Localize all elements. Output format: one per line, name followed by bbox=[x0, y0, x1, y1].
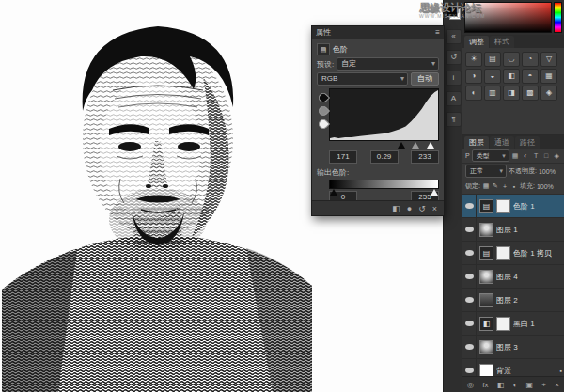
layer-row[interactable]: 图层 4 bbox=[462, 265, 564, 289]
output-white-handle[interactable] bbox=[431, 189, 438, 196]
threshold-icon[interactable]: ◨ bbox=[503, 86, 520, 101]
invert-icon[interactable]: ◐ bbox=[465, 86, 482, 101]
character-icon[interactable]: A bbox=[446, 91, 462, 106]
history-icon[interactable]: ↺ bbox=[446, 50, 462, 65]
layer-row[interactable]: 图层 3 bbox=[462, 336, 564, 359]
lock-row: 锁定: ▦ ✎ + ▪ 填充: 100% bbox=[462, 179, 564, 195]
layer-row[interactable]: 图层 1 bbox=[462, 218, 564, 242]
panel-menu-icon[interactable]: ≡ bbox=[435, 28, 440, 37]
new-adjustment-layer-icon[interactable]: ◐ bbox=[512, 381, 517, 389]
white-point-eyedropper-icon[interactable] bbox=[316, 118, 329, 131]
adjustment-layer-thumbnail[interactable] bbox=[479, 199, 494, 213]
delete-icon[interactable]: × bbox=[432, 204, 437, 213]
opacity-value[interactable]: 100% bbox=[539, 168, 556, 175]
adjustment-layer-thumbnail[interactable] bbox=[479, 317, 494, 331]
eye-icon bbox=[465, 227, 474, 232]
blend-mode-dropdown[interactable]: 正常 bbox=[465, 165, 507, 178]
layer-row[interactable]: 图层 2 bbox=[462, 289, 564, 312]
lock-transparency-icon[interactable]: ▦ bbox=[482, 182, 490, 190]
new-layer-icon[interactable]: + bbox=[541, 381, 546, 389]
properties-panel-titlebar[interactable]: 属性 ≡ bbox=[312, 26, 444, 39]
gamma-input[interactable]: 0.29 bbox=[370, 150, 399, 164]
properties-panel-body: ▤ 色阶 预设: 自定 RGB 自动 bbox=[312, 39, 444, 204]
selective-color-icon[interactable]: ◈ bbox=[540, 86, 557, 101]
visibility-toggle[interactable] bbox=[462, 359, 477, 376]
reset-icon[interactable]: ↺ bbox=[418, 204, 426, 213]
visibility-toggle[interactable] bbox=[462, 265, 477, 288]
output-levels-gradient[interactable] bbox=[329, 180, 439, 189]
layer-name: 图层 4 bbox=[496, 272, 518, 282]
hue-saturation-icon[interactable]: ◑ bbox=[465, 69, 482, 84]
output-black-handle[interactable] bbox=[330, 189, 337, 196]
layer-thumbnail[interactable] bbox=[479, 340, 494, 354]
preset-dropdown[interactable]: 自定 bbox=[337, 57, 439, 71]
layer-row[interactable]: 黑白 1 bbox=[462, 312, 564, 336]
highlight-slider-handle[interactable] bbox=[427, 142, 434, 149]
black-point-eyedropper-icon[interactable] bbox=[316, 91, 329, 104]
exposure-icon[interactable]: ◔ bbox=[522, 52, 539, 67]
paragraph-icon[interactable]: ¶ bbox=[446, 112, 462, 127]
layer-effects-icon[interactable]: fx bbox=[482, 381, 488, 389]
filter-shape-icon[interactable]: □ bbox=[542, 152, 551, 159]
visibility-toggle[interactable] bbox=[462, 242, 477, 264]
lock-pixels-icon[interactable]: ✎ bbox=[492, 182, 499, 190]
layer-filter-dropdown[interactable]: 类型 bbox=[472, 149, 509, 162]
color-balance-icon[interactable]: ◒ bbox=[484, 69, 501, 84]
curves-icon[interactable]: ◡ bbox=[503, 52, 520, 67]
clip-to-layer-icon[interactable]: ◧ bbox=[392, 204, 400, 213]
layer-row[interactable]: 色阶 1 bbox=[462, 195, 564, 218]
levels-input-sliders[interactable] bbox=[329, 141, 439, 149]
visibility-toggle[interactable] bbox=[462, 289, 477, 311]
collapse-panels-icon[interactable]: « bbox=[446, 29, 462, 44]
layer-thumbnail[interactable] bbox=[479, 270, 494, 284]
levels-icon[interactable]: ▤ bbox=[484, 52, 501, 67]
channel-dropdown[interactable]: RGB bbox=[317, 72, 408, 86]
visibility-toggle[interactable] bbox=[462, 195, 477, 217]
delete-layer-icon[interactable]: × bbox=[555, 381, 559, 389]
layer-mask-thumbnail[interactable] bbox=[496, 246, 510, 260]
layer-mask-icon[interactable]: ◧ bbox=[497, 381, 505, 389]
gray-point-eyedropper-icon[interactable] bbox=[316, 104, 329, 118]
visibility-toggle[interactable] bbox=[462, 336, 477, 358]
filter-adjustment-icon[interactable]: ◐ bbox=[522, 152, 530, 159]
tab-layers[interactable]: 图层 bbox=[464, 136, 489, 149]
highlight-input[interactable]: 233 bbox=[411, 150, 439, 164]
tab-styles[interactable]: 样式 bbox=[490, 36, 514, 48]
eye-icon bbox=[465, 274, 474, 279]
channel-mixer-icon[interactable]: ▦ bbox=[540, 69, 557, 84]
layer-mask-thumbnail[interactable] bbox=[496, 317, 510, 331]
tab-adjustments[interactable]: 调整 bbox=[464, 36, 489, 48]
shadow-slider-handle[interactable] bbox=[398, 142, 405, 149]
auto-button[interactable]: 自动 bbox=[411, 72, 439, 86]
vibrance-icon[interactable]: ▽ bbox=[540, 52, 557, 67]
fill-value[interactable]: 100% bbox=[537, 183, 554, 190]
filter-pixel-icon[interactable]: ▦ bbox=[511, 152, 520, 160]
new-group-icon[interactable]: ▣ bbox=[526, 381, 534, 389]
tab-channels[interactable]: 通道 bbox=[490, 136, 514, 149]
layer-row[interactable]: 背景 ▪ bbox=[462, 359, 564, 376]
layer-thumbnail[interactable] bbox=[479, 293, 494, 307]
gradient-map-icon[interactable]: ▩ bbox=[522, 86, 539, 101]
midtone-slider-handle[interactable] bbox=[412, 142, 419, 149]
hue-slider[interactable] bbox=[554, 2, 562, 33]
shadow-input[interactable]: 171 bbox=[329, 150, 357, 164]
photo-filter-icon[interactable]: ◓ bbox=[522, 69, 539, 84]
visibility-toggle[interactable] bbox=[462, 218, 477, 241]
layer-row[interactable]: 色阶 1 拷贝 bbox=[462, 242, 564, 265]
layer-thumbnail[interactable] bbox=[479, 223, 494, 237]
black-white-icon[interactable]: ◧ bbox=[503, 69, 520, 84]
link-layers-icon[interactable]: ◎ bbox=[467, 381, 474, 389]
visibility-icon[interactable]: ● bbox=[407, 204, 412, 213]
adjustment-layer-thumbnail[interactable] bbox=[479, 246, 494, 260]
lock-all-icon[interactable]: ▪ bbox=[510, 183, 518, 190]
tab-paths[interactable]: 路径 bbox=[515, 136, 540, 149]
layer-mask-thumbnail[interactable] bbox=[496, 199, 510, 213]
visibility-toggle[interactable] bbox=[462, 312, 477, 335]
layer-thumbnail[interactable] bbox=[479, 364, 494, 377]
lock-position-icon[interactable]: + bbox=[501, 183, 509, 190]
posterize-icon[interactable]: ▥ bbox=[484, 86, 501, 101]
brightness-contrast-icon[interactable]: ☀ bbox=[465, 52, 482, 67]
info-icon[interactable]: i bbox=[446, 71, 462, 86]
filter-smart-icon[interactable]: ◈ bbox=[553, 152, 561, 160]
filter-type-icon[interactable]: T bbox=[532, 152, 540, 159]
